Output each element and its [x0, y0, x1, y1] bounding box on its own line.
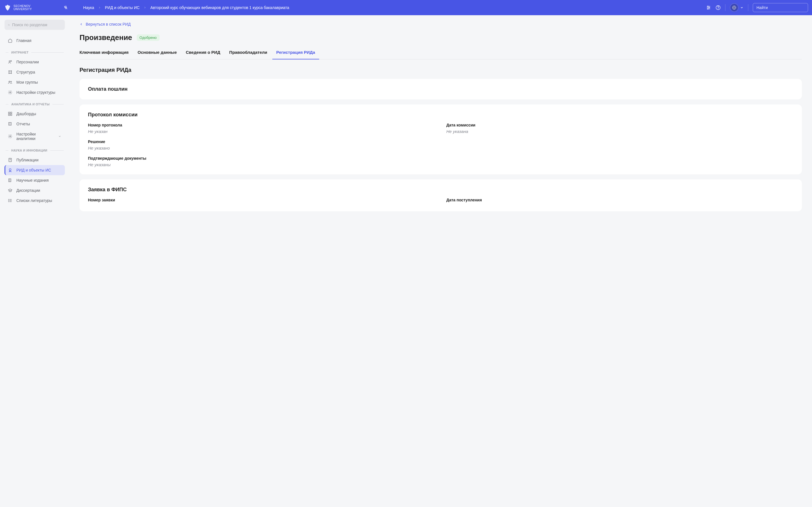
field-value: Не указан [88, 129, 435, 134]
user-menu[interactable] [730, 3, 744, 12]
chevron-down-icon [740, 6, 744, 9]
gear-icon [8, 134, 12, 138]
sidebar-item-personalii[interactable]: Персоналии [4, 57, 65, 67]
field-decision: Решение Не указано [88, 139, 794, 151]
logo[interactable]: Sechenov University [4, 4, 32, 11]
sidebar-item-dissertations[interactable]: Диссертации [4, 185, 65, 195]
field-value: Не указана [446, 129, 794, 134]
field-value: Не указаны [88, 162, 794, 167]
section-header-analytics: АНАЛИТИКА И ОТЧЕТЫ [4, 103, 65, 106]
avatar [730, 3, 739, 12]
svg-point-36 [8, 199, 9, 200]
tab-main-data[interactable]: Основные данные [138, 50, 177, 59]
sidebar-item-analytics-settings[interactable]: Настройки аналитики [4, 129, 65, 144]
sidebar-item-references[interactable]: Списки литературы [4, 195, 65, 206]
field-protocol-date: Дата комиссии Не указана [446, 123, 794, 134]
users-icon [8, 60, 12, 64]
sidebar-label: Научные издания [16, 178, 49, 182]
tab-rid-info[interactable]: Сведения о РИД [186, 50, 220, 59]
sidebar-label: Отчеты [16, 122, 30, 126]
field-protocol-number: Номер протокола Не указан [88, 123, 435, 134]
chevron-right-icon [98, 6, 101, 9]
help-icon[interactable] [716, 5, 721, 10]
card-title: Протокол комиссии [88, 112, 794, 118]
sidebar-item-dashboards[interactable]: Дашборды [4, 109, 65, 119]
sidebar-item-publications[interactable]: Публикации [4, 155, 65, 165]
pin-toggle[interactable] [63, 5, 68, 10]
card-title: Заявка в ФИПС [88, 187, 794, 193]
breadcrumb-item-0[interactable]: Наука [83, 5, 94, 10]
sidebar-item-sci-editions[interactable]: Научные издания [4, 175, 65, 185]
field-value: Не указано [88, 146, 794, 151]
sidebar-item-mygroups[interactable]: Мои группы [4, 77, 65, 87]
tabs: Ключевая информация Основные данные Свед… [80, 50, 802, 59]
svg-point-22 [11, 81, 11, 82]
svg-point-28 [10, 136, 11, 137]
svg-point-9 [733, 6, 735, 9]
svg-point-10 [733, 7, 735, 8]
sidebar-item-structure-settings[interactable]: Настройки структуры [4, 87, 65, 98]
settings-sliders-icon[interactable] [706, 5, 711, 10]
svg-point-32 [9, 169, 11, 171]
pin-icon [63, 5, 68, 10]
sidebar-search-input[interactable] [12, 22, 61, 27]
tab-registration[interactable]: Регистрация РИДа [276, 50, 315, 59]
top-header: Sechenov University Наука РИД и объекты … [0, 0, 812, 15]
sidebar-label: Мои группы [16, 80, 38, 84]
svg-rect-25 [10, 112, 12, 114]
card-title: Оплата пошлин [88, 86, 794, 92]
chevron-right-icon [144, 6, 146, 9]
section-header-intranet: ИНТРАНЕТ [4, 51, 65, 54]
chevron-down-icon [58, 135, 61, 138]
sidebar-label: РИД и объекты ИС [16, 168, 51, 172]
svg-point-18 [11, 71, 12, 71]
field-label: Решение [88, 139, 794, 144]
sidebar-item-reports[interactable]: Отчеты [4, 119, 65, 129]
logo-icon [4, 4, 11, 11]
sidebar: Главная ИНТРАНЕТ Персоналии Структура Мо… [0, 15, 69, 507]
svg-point-5 [707, 8, 708, 9]
book-icon [8, 122, 12, 126]
sidebar-label: Списки литературы [16, 198, 52, 203]
sidebar-label: Настройки структуры [16, 90, 55, 95]
sidebar-item-rid[interactable]: РИД и объекты ИС [4, 165, 65, 175]
svg-line-14 [9, 25, 10, 25]
field-docs: Подтверждающие документы Не указаны [88, 156, 794, 167]
field-label: Номер протокола [88, 123, 435, 127]
list-icon [8, 198, 12, 203]
chevron-left-icon [80, 22, 83, 26]
tab-key-info[interactable]: Ключевая информация [80, 50, 129, 59]
breadcrumb-item-1[interactable]: РИД и объекты ИС [105, 5, 140, 10]
sidebar-label: Публикации [16, 158, 38, 162]
global-search-input[interactable] [756, 5, 806, 10]
sidebar-item-structure[interactable]: Структура [4, 67, 65, 77]
document-icon [8, 158, 12, 162]
fingerprint-icon [732, 5, 737, 10]
tab-rightsholders[interactable]: Правообладатели [229, 50, 267, 59]
breadcrumb: Наука РИД и объекты ИС Авторский курс об… [83, 5, 289, 10]
sidebar-label: Главная [16, 38, 31, 43]
sidebar-search[interactable] [4, 20, 65, 30]
svg-point-20 [11, 73, 12, 74]
svg-point-19 [9, 73, 10, 74]
main-content: Вернуться в список РИД Произведение Одоб… [69, 15, 812, 507]
field-label: Подтверждающие документы [88, 156, 794, 161]
breadcrumb-item-2: Авторский курс обучающих вебинаров для с… [150, 5, 289, 10]
field-label: Дата комиссии [446, 123, 794, 127]
sidebar-item-home[interactable]: Главная [4, 36, 65, 46]
back-link[interactable]: Вернуться в список РИД [80, 22, 131, 26]
field-label: Дата поступления [446, 198, 794, 202]
global-search[interactable] [753, 3, 808, 12]
field-label: Номер заявки [88, 198, 435, 202]
logo-text-2: University [13, 8, 32, 11]
award-icon [8, 168, 12, 172]
section-header-science: НАУКА И ИННОВАЦИИ [4, 149, 65, 152]
svg-point-7 [718, 8, 718, 9]
card-protocol: Протокол комиссии Номер протокола Не ука… [80, 105, 802, 174]
svg-rect-24 [8, 112, 10, 114]
sidebar-label: Дашборды [16, 112, 36, 116]
svg-point-37 [8, 200, 9, 201]
gear-icon [8, 90, 12, 95]
svg-point-16 [11, 61, 11, 61]
books-icon [8, 178, 12, 182]
